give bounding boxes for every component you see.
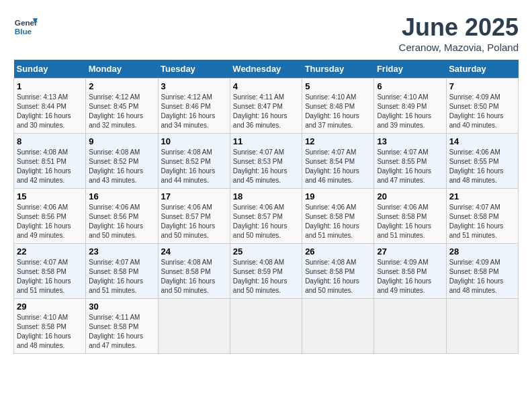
day-number: 2 <box>89 81 154 91</box>
day-info: Sunrise: 4:12 AM Sunset: 8:46 PM Dayligh… <box>161 93 227 130</box>
calendar-cell: 17Sunrise: 4:06 AM Sunset: 8:57 PM Dayli… <box>158 189 230 244</box>
calendar-cell: 6Sunrise: 4:10 AM Sunset: 8:49 PM Daylig… <box>374 79 446 134</box>
calendar-cell: 4Sunrise: 4:11 AM Sunset: 8:47 PM Daylig… <box>230 79 302 134</box>
calendar-cell: 10Sunrise: 4:08 AM Sunset: 8:52 PM Dayli… <box>158 134 230 189</box>
calendar-cell: 2Sunrise: 4:12 AM Sunset: 8:45 PM Daylig… <box>86 79 158 134</box>
calendar-cell: 7Sunrise: 4:09 AM Sunset: 8:50 PM Daylig… <box>446 79 518 134</box>
calendar-cell <box>446 299 518 354</box>
day-info: Sunrise: 4:12 AM Sunset: 8:45 PM Dayligh… <box>89 93 154 130</box>
day-info: Sunrise: 4:11 AM Sunset: 8:58 PM Dayligh… <box>89 313 154 351</box>
calendar-cell: 14Sunrise: 4:06 AM Sunset: 8:55 PM Dayli… <box>446 134 518 189</box>
day-number: 12 <box>305 136 371 146</box>
day-number: 10 <box>161 136 227 146</box>
day-info: Sunrise: 4:06 AM Sunset: 8:55 PM Dayligh… <box>449 148 515 185</box>
day-info: Sunrise: 4:08 AM Sunset: 8:59 PM Dayligh… <box>233 258 299 295</box>
calendar-cell: 29Sunrise: 4:10 AM Sunset: 8:58 PM Dayli… <box>14 299 86 354</box>
day-number: 5 <box>305 81 371 91</box>
calendar-cell: 26Sunrise: 4:08 AM Sunset: 8:58 PM Dayli… <box>302 244 374 299</box>
day-number: 27 <box>377 246 443 257</box>
day-info: Sunrise: 4:09 AM Sunset: 8:58 PM Dayligh… <box>377 258 443 295</box>
calendar-table: SundayMondayTuesdayWednesdayThursdayFrid… <box>13 60 519 354</box>
location-title: Ceranow, Mazovia, Poland <box>399 42 519 53</box>
day-info: Sunrise: 4:06 AM Sunset: 8:56 PM Dayligh… <box>89 203 154 240</box>
calendar-cell: 30Sunrise: 4:11 AM Sunset: 8:58 PM Dayli… <box>86 299 158 354</box>
day-number: 7 <box>449 81 515 91</box>
day-info: Sunrise: 4:07 AM Sunset: 8:55 PM Dayligh… <box>377 148 443 185</box>
calendar-row: 8Sunrise: 4:08 AM Sunset: 8:51 PM Daylig… <box>14 134 519 189</box>
day-info: Sunrise: 4:09 AM Sunset: 8:50 PM Dayligh… <box>449 93 515 130</box>
header: General Blue June 2025 Ceranow, Mazovia,… <box>13 13 519 53</box>
day-info: Sunrise: 4:08 AM Sunset: 8:51 PM Dayligh… <box>17 148 83 185</box>
day-number: 28 <box>449 246 515 257</box>
col-header-saturday: Saturday <box>446 60 518 79</box>
day-info: Sunrise: 4:06 AM Sunset: 8:57 PM Dayligh… <box>161 203 227 240</box>
day-number: 15 <box>17 191 83 201</box>
day-info: Sunrise: 4:08 AM Sunset: 8:58 PM Dayligh… <box>305 258 371 295</box>
day-info: Sunrise: 4:11 AM Sunset: 8:47 PM Dayligh… <box>233 93 299 130</box>
calendar-cell: 5Sunrise: 4:10 AM Sunset: 8:48 PM Daylig… <box>302 79 374 134</box>
day-number: 3 <box>161 81 227 91</box>
calendar-cell: 28Sunrise: 4:09 AM Sunset: 8:58 PM Dayli… <box>446 244 518 299</box>
col-header-wednesday: Wednesday <box>230 60 302 79</box>
day-number: 20 <box>377 191 443 201</box>
day-info: Sunrise: 4:06 AM Sunset: 8:56 PM Dayligh… <box>17 203 83 240</box>
day-info: Sunrise: 4:07 AM Sunset: 8:58 PM Dayligh… <box>17 258 83 295</box>
day-number: 18 <box>233 191 299 201</box>
day-number: 6 <box>377 81 443 91</box>
day-info: Sunrise: 4:13 AM Sunset: 8:44 PM Dayligh… <box>17 93 83 130</box>
calendar-cell: 8Sunrise: 4:08 AM Sunset: 8:51 PM Daylig… <box>14 134 86 189</box>
calendar-cell: 1Sunrise: 4:13 AM Sunset: 8:44 PM Daylig… <box>14 79 86 134</box>
day-number: 22 <box>17 246 83 257</box>
day-info: Sunrise: 4:08 AM Sunset: 8:58 PM Dayligh… <box>161 258 227 295</box>
day-number: 25 <box>233 246 299 257</box>
day-number: 17 <box>161 191 227 201</box>
calendar-cell: 21Sunrise: 4:07 AM Sunset: 8:58 PM Dayli… <box>446 189 518 244</box>
calendar-cell: 23Sunrise: 4:07 AM Sunset: 8:58 PM Dayli… <box>86 244 158 299</box>
day-info: Sunrise: 4:06 AM Sunset: 8:57 PM Dayligh… <box>233 203 299 240</box>
calendar-cell <box>374 299 446 354</box>
day-number: 24 <box>161 246 227 257</box>
calendar-cell <box>158 299 230 354</box>
calendar-cell: 18Sunrise: 4:06 AM Sunset: 8:57 PM Dayli… <box>230 189 302 244</box>
day-number: 21 <box>449 191 515 201</box>
day-info: Sunrise: 4:10 AM Sunset: 8:58 PM Dayligh… <box>17 313 83 351</box>
day-number: 29 <box>17 302 83 312</box>
day-number: 14 <box>449 136 515 146</box>
col-header-friday: Friday <box>374 60 446 79</box>
day-number: 9 <box>89 136 154 146</box>
day-info: Sunrise: 4:10 AM Sunset: 8:49 PM Dayligh… <box>377 93 443 130</box>
day-info: Sunrise: 4:07 AM Sunset: 8:58 PM Dayligh… <box>449 203 515 240</box>
day-number: 30 <box>89 302 154 312</box>
calendar-row: 29Sunrise: 4:10 AM Sunset: 8:58 PM Dayli… <box>14 299 519 354</box>
calendar-cell: 20Sunrise: 4:06 AM Sunset: 8:58 PM Dayli… <box>374 189 446 244</box>
calendar-cell: 15Sunrise: 4:06 AM Sunset: 8:56 PM Dayli… <box>14 189 86 244</box>
col-header-sunday: Sunday <box>14 60 86 79</box>
day-number: 1 <box>17 81 83 91</box>
calendar-cell: 11Sunrise: 4:07 AM Sunset: 8:53 PM Dayli… <box>230 134 302 189</box>
col-header-monday: Monday <box>86 60 158 79</box>
col-header-thursday: Thursday <box>302 60 374 79</box>
day-info: Sunrise: 4:08 AM Sunset: 8:52 PM Dayligh… <box>89 148 154 185</box>
day-info: Sunrise: 4:08 AM Sunset: 8:52 PM Dayligh… <box>161 148 227 185</box>
calendar-cell: 19Sunrise: 4:06 AM Sunset: 8:58 PM Dayli… <box>302 189 374 244</box>
day-number: 19 <box>305 191 371 201</box>
day-number: 23 <box>89 246 154 257</box>
day-info: Sunrise: 4:10 AM Sunset: 8:48 PM Dayligh… <box>305 93 371 130</box>
calendar-row: 1Sunrise: 4:13 AM Sunset: 8:44 PM Daylig… <box>14 79 519 134</box>
calendar-cell: 9Sunrise: 4:08 AM Sunset: 8:52 PM Daylig… <box>86 134 158 189</box>
day-number: 4 <box>233 81 299 91</box>
day-info: Sunrise: 4:07 AM Sunset: 8:54 PM Dayligh… <box>305 148 371 185</box>
logo: General Blue <box>13 13 38 38</box>
day-info: Sunrise: 4:07 AM Sunset: 8:53 PM Dayligh… <box>233 148 299 185</box>
day-number: 11 <box>233 136 299 146</box>
calendar-cell: 13Sunrise: 4:07 AM Sunset: 8:55 PM Dayli… <box>374 134 446 189</box>
day-info: Sunrise: 4:07 AM Sunset: 8:58 PM Dayligh… <box>89 258 154 295</box>
day-info: Sunrise: 4:06 AM Sunset: 8:58 PM Dayligh… <box>305 203 371 240</box>
calendar-cell: 24Sunrise: 4:08 AM Sunset: 8:58 PM Dayli… <box>158 244 230 299</box>
calendar-cell: 25Sunrise: 4:08 AM Sunset: 8:59 PM Dayli… <box>230 244 302 299</box>
calendar-cell: 16Sunrise: 4:06 AM Sunset: 8:56 PM Dayli… <box>86 189 158 244</box>
day-number: 16 <box>89 191 154 201</box>
svg-text:Blue: Blue <box>15 27 32 36</box>
day-number: 8 <box>17 136 83 146</box>
calendar-cell: 12Sunrise: 4:07 AM Sunset: 8:54 PM Dayli… <box>302 134 374 189</box>
